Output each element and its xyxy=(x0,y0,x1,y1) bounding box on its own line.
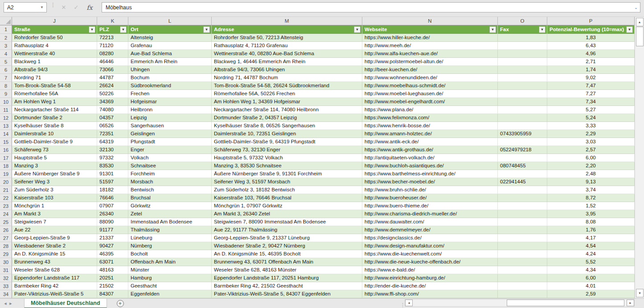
cell[interactable]: 21502 xyxy=(97,282,128,290)
cell[interactable] xyxy=(498,194,547,202)
cell[interactable]: 88090 xyxy=(97,218,128,226)
cell[interactable]: https://www.antik-grothaus.de/ xyxy=(362,146,498,154)
cell[interactable]: Rathausplatz 4, 71120 Grafenau xyxy=(212,42,362,50)
cell[interactable]: Barmbeker Ring 42 xyxy=(12,282,97,290)
cell[interactable]: http://www.meeh.de/ xyxy=(362,42,498,50)
column-header-L[interactable]: L xyxy=(128,17,212,25)
cell[interactable]: 1,52 xyxy=(547,202,635,210)
row-header-4[interactable]: 4 xyxy=(0,50,12,58)
cell[interactable]: Zetel xyxy=(128,210,212,218)
cell[interactable]: 32130 xyxy=(97,146,128,154)
cell[interactable]: Aue 22, 91177 Thalmässing xyxy=(212,226,362,234)
cell[interactable]: Bocholt xyxy=(128,250,212,258)
cell[interactable]: Wettinerstraße 40, 08280 Aue-Bad Schlema xyxy=(212,50,362,58)
row-header-27[interactable]: 27 xyxy=(0,234,12,242)
cell[interactable]: Kyselhäuser Straße 8 xyxy=(12,122,97,130)
cell[interactable]: Blackweg 1 xyxy=(12,58,97,66)
row-header-9[interactable]: 9 xyxy=(0,90,12,98)
cell[interactable]: 34369 xyxy=(97,98,128,106)
cell[interactable]: 20251 xyxy=(97,274,128,282)
cell[interactable]: Sangerhausen xyxy=(128,122,212,130)
cell[interactable]: http://www.buero-thieme.de/ xyxy=(362,202,498,210)
cell[interactable]: Nordring 71, 44787 Bochum xyxy=(212,74,362,82)
cell[interactable]: Heilbronn xyxy=(128,106,212,114)
cancel-icon[interactable]: ✕ xyxy=(58,2,70,12)
row-header-18[interactable]: 18 xyxy=(0,162,12,170)
column-header-K[interactable]: K xyxy=(97,17,128,25)
cell[interactable]: Gottlieb-Daimler-Straße 9 xyxy=(12,138,97,146)
cell[interactable]: Nordring 71 xyxy=(12,74,97,82)
cell[interactable]: Bentwisch xyxy=(128,186,212,194)
cell[interactable]: http://www.einrichtung-hamburg.de/ xyxy=(362,274,498,282)
row-header-19[interactable]: 19 xyxy=(0,170,12,178)
cell[interactable]: Rohrdorfer Straße 50 xyxy=(12,34,97,42)
cell[interactable]: Neckargartacher Straße 114 xyxy=(12,106,97,114)
horizontal-scrollbar-track[interactable] xyxy=(413,300,627,306)
filter-dropdown-icon[interactable]: ▼ xyxy=(120,26,127,33)
table-header-cell[interactable]: Straße▼ xyxy=(12,25,97,34)
cell[interactable]: 64319 xyxy=(97,138,128,146)
cell[interactable] xyxy=(498,186,547,194)
row-header-3[interactable]: 3 xyxy=(0,42,12,50)
select-all-corner[interactable] xyxy=(0,17,12,25)
cell[interactable] xyxy=(498,290,547,298)
scroll-down-icon[interactable]: ▼ xyxy=(636,289,644,297)
cell[interactable]: 2,57 xyxy=(547,146,635,154)
cell[interactable] xyxy=(498,266,547,274)
cell[interactable]: Südbrookmerland xyxy=(128,82,212,90)
cell[interactable]: Pater-Viktrizius-Weiß-Straße 5, 84307 Eg… xyxy=(212,290,362,298)
formula-bar-expand-icon[interactable]: ⌄ xyxy=(632,5,640,10)
row-header-20[interactable]: 20 xyxy=(0,178,12,186)
cell[interactable]: https://www.barthelmess-einrichtung.de/ xyxy=(362,170,498,178)
cell[interactable]: 07907 xyxy=(97,202,128,210)
cell[interactable]: 080748455 xyxy=(498,162,547,170)
cell[interactable] xyxy=(498,250,547,258)
cell[interactable]: 76646 xyxy=(97,194,128,202)
cell[interactable]: http://www.wohnenundideen.de/ xyxy=(362,74,498,82)
cell[interactable]: 91177 xyxy=(97,226,128,234)
cell[interactable]: 4,54 xyxy=(547,242,635,250)
cell[interactable]: http://www.design-manufaktur.com/ xyxy=(362,242,498,250)
cell[interactable]: Am Markt 3 xyxy=(12,210,97,218)
cell[interactable]: Offenbach Am Main xyxy=(128,258,212,266)
row-header-25[interactable]: 25 xyxy=(0,218,12,226)
row-header-26[interactable]: 26 xyxy=(0,226,12,234)
column-header-O[interactable]: O xyxy=(498,17,547,25)
table-header-cell[interactable]: Fax▼ xyxy=(498,25,547,34)
cell[interactable]: 04357 xyxy=(97,114,128,122)
cell[interactable]: Georg-Leppien-Straße 9 xyxy=(12,234,97,242)
cell[interactable]: https://www.plana.de/ xyxy=(362,106,498,114)
cell[interactable]: 3,74 xyxy=(547,186,635,194)
cell[interactable]: Forchheim xyxy=(128,170,212,178)
scroll-right-icon[interactable]: ► xyxy=(627,300,634,306)
row-header-28[interactable]: 28 xyxy=(0,242,12,250)
cell[interactable]: https://www.henrik-bosse.de/ xyxy=(362,122,498,130)
cell[interactable]: Münster xyxy=(128,266,212,274)
table-header-cell[interactable]: PLZ▼ xyxy=(97,25,128,34)
cell[interactable]: Enger xyxy=(128,146,212,154)
cell[interactable]: 6,43 xyxy=(547,42,635,50)
cell[interactable] xyxy=(498,42,547,50)
row-header-16[interactable]: 16 xyxy=(0,146,12,154)
cell[interactable]: Barmbeker Ring 42, 21502 Geesthacht xyxy=(212,282,362,290)
cell[interactable]: 022941445 xyxy=(498,178,547,186)
cell[interactable]: Dortmunder Straße 2, 04357 Leipzig xyxy=(212,114,362,122)
cell[interactable]: 5,52 xyxy=(547,258,635,266)
table-header-cell[interactable]: Adresse▼ xyxy=(212,25,362,34)
cell[interactable]: Nürnberg xyxy=(128,242,212,250)
cell[interactable]: 84307 xyxy=(97,290,128,298)
cell[interactable] xyxy=(498,202,547,210)
column-header-J[interactable]: J xyxy=(12,17,97,25)
cell[interactable]: Wiesbadener Straße 2, 90427 Nürnberg xyxy=(212,242,362,250)
cell[interactable]: Manzing 3, 83530 Schnaitsee xyxy=(212,162,362,170)
cell[interactable]: Äußere Nürnberger Straße 9, 91301 Forchh… xyxy=(212,170,362,178)
row-header-30[interactable]: 30 xyxy=(0,258,12,266)
cell[interactable] xyxy=(498,274,547,282)
sheet-nav-right-icon[interactable]: ► xyxy=(5,301,16,306)
cell[interactable]: http://www.amann-holztec.de/ xyxy=(362,130,498,138)
cell[interactable]: 90427 xyxy=(97,242,128,250)
cell[interactable]: Altensteig xyxy=(128,34,212,42)
cell[interactable]: Brunnenweg 43, 63071 Offenbach Am Main xyxy=(212,258,362,266)
column-header-M[interactable]: M xyxy=(212,17,362,25)
cell[interactable]: 91301 xyxy=(97,170,128,178)
